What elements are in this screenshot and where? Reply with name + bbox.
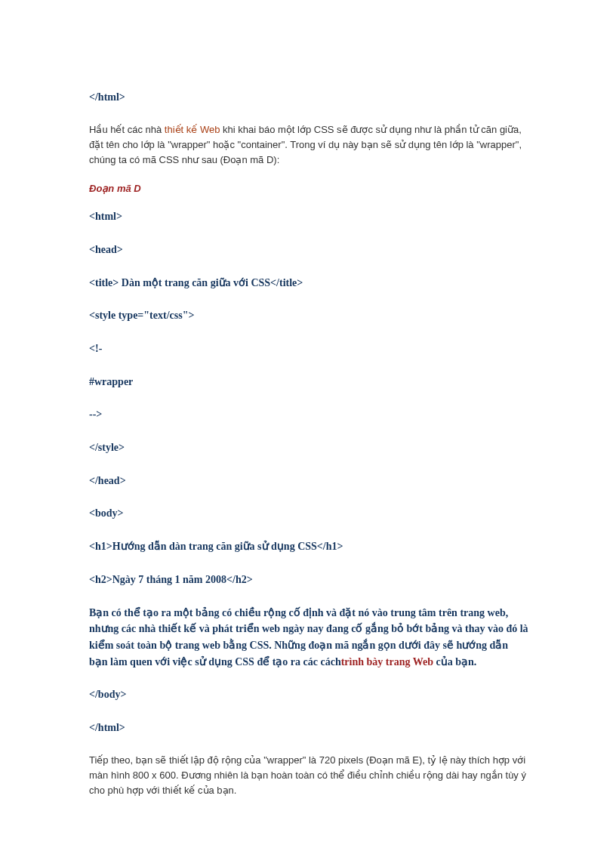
code-line: <head> <box>89 242 529 258</box>
paragraph: Hầu hết các nhà thiết kế Web khi khai bá… <box>89 122 529 168</box>
text: Hầu hết các nhà <box>89 124 165 135</box>
code-line: </body> <box>89 686 529 703</box>
code-line: </head> <box>89 473 529 489</box>
code-line: <title> Dàn một trang căn giữa với CSS</… <box>89 275 529 291</box>
link-text: thiết kế Web <box>165 124 220 135</box>
code-line: <html> <box>89 208 529 225</box>
code-line: </style> <box>89 439 529 456</box>
code-line: #wrapper <box>89 374 529 390</box>
link-text: trình bày trang Web <box>341 656 433 668</box>
code-line: <h2>Ngày 7 tháng 1 năm 2008</h2> <box>89 572 529 588</box>
code-line: </html> <box>89 720 529 736</box>
code-line: --> <box>89 406 529 423</box>
document-page: </html> Hầu hết các nhà thiết kế Web khi… <box>0 0 616 798</box>
code-line: </html> <box>89 89 529 106</box>
text: của bạn. <box>433 656 476 668</box>
paragraph: Tiếp theo, bạn sẽ thiết lập độ rộng của … <box>89 753 529 798</box>
section-heading: Đoạn mã D <box>89 181 529 196</box>
bold-paragraph: Bạn có thể tạo ra một bảng có chiều rộng… <box>89 605 529 671</box>
code-line: <!- <box>89 341 529 357</box>
code-line: <h1>Hướng dẫn dàn trang căn giữa sử dụng… <box>89 538 529 555</box>
code-line: <body> <box>89 505 529 522</box>
code-line: <style type="text/css"> <box>89 307 529 324</box>
